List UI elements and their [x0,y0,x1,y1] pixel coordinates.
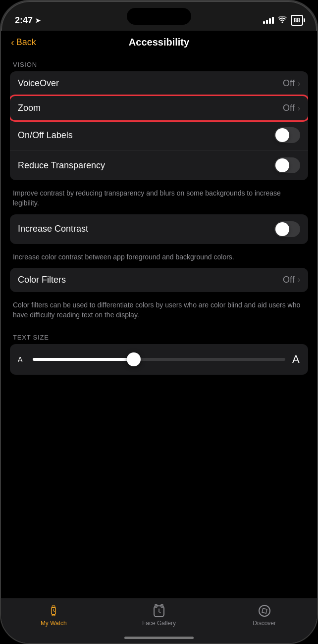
home-indicator [124,637,194,639]
svg-rect-1 [52,606,55,608]
increase-contrast-label: Increase Contrast [18,224,88,234]
battery-indicator: 88 [291,15,303,26]
back-label: Back [16,37,36,48]
reduce-transparency-row[interactable]: Reduce Transparency [10,150,308,180]
color-filters-value: Off [283,275,295,285]
color-filters-chevron-icon: › [298,275,300,284]
onoff-labels-row[interactable]: On/Off Labels [10,120,308,150]
vision-section-label: VISION [10,57,308,71]
reduce-transparency-toggle[interactable] [274,157,300,173]
slider-track[interactable] [33,358,285,361]
voiceover-value: Off [283,78,295,89]
zoom-row-container: Zoom Off › [10,96,308,120]
back-button[interactable]: ‹ Back [11,37,36,48]
face-gallery-tab-label: Face Gallery [142,620,176,627]
slider-max-label: A [292,353,300,366]
nav-header: ‹ Back Accessibility [1,31,317,52]
my-watch-tab-label: My Watch [41,620,67,627]
color-filters-label: Color Filters [18,275,66,285]
text-size-section: TEXT SIZE A A [10,330,308,375]
status-right: 88 [263,15,303,26]
color-filters-row[interactable]: Color Filters Off › [10,268,308,292]
discover-tab-label: Discover [253,620,276,627]
svg-marker-11 [262,608,267,613]
text-size-section-label: TEXT SIZE [10,330,308,344]
zoom-row[interactable]: Zoom Off › [10,96,308,120]
voiceover-row[interactable]: VoiceOver Off › [10,71,308,96]
zoom-chevron-icon: › [298,104,300,113]
voiceover-chevron-icon: › [298,79,300,88]
discover-icon [258,604,271,618]
page-title: Accessibility [129,37,189,48]
slider-thumb[interactable] [127,352,141,366]
zoom-right: Off › [283,103,300,113]
voiceover-label: VoiceOver [18,78,59,89]
signal-bar-2 [266,20,268,24]
signal-bar-4 [272,17,274,24]
dynamic-island [127,8,191,25]
tab-discover[interactable]: Discover [245,604,284,627]
text-size-slider-container: A A [10,344,308,375]
bottom-spacer [10,375,308,424]
reduce-transparency-toggle-knob [275,158,289,172]
signal-bar-1 [263,21,265,24]
slider-min-label: A [18,355,26,363]
color-filters-right: Off › [283,275,300,285]
zoom-value: Off [283,103,295,113]
increase-contrast-toggle[interactable] [274,221,300,237]
face-gallery-icon [152,604,166,618]
status-time: 2:47 ➤ [15,15,41,26]
signal-bar-3 [269,18,271,24]
increase-contrast-toggle-knob [275,222,289,236]
wifi-icon [278,16,287,25]
increase-contrast-row[interactable]: Increase Contrast [10,214,308,244]
phone-frame: 2:47 ➤ 88 [0,0,318,644]
svg-line-9 [159,612,160,613]
onoff-labels-label: On/Off Labels [18,130,73,141]
voiceover-right: Off › [283,78,300,89]
main-content: ‹ Back Accessibility VISION VoiceOver Of… [1,31,317,643]
color-filters-group: Color Filters Off › [10,268,308,292]
onoff-labels-toggle[interactable] [274,127,300,143]
scroll-content: VISION VoiceOver Off › Zoom [1,52,317,429]
vision-settings-group: VoiceOver Off › Zoom Off › [10,71,308,180]
my-watch-icon [47,604,60,618]
zoom-label: Zoom [18,103,41,113]
reduce-transparency-label: Reduce Transparency [18,160,105,171]
svg-point-10 [259,605,270,616]
back-chevron-icon: ‹ [11,37,14,48]
svg-line-4 [53,611,54,611]
tab-my-watch[interactable]: My Watch [34,604,73,627]
increase-contrast-group: Increase Contrast [10,214,308,244]
color-filters-description: Color filters can be used to differentia… [10,296,308,326]
contrast-description: Increase color contrast between app fore… [10,248,308,268]
transparency-description: Improve contrast by reducing transparenc… [10,184,308,214]
svg-rect-2 [52,614,55,616]
signal-bars [263,17,274,24]
slider-fill [33,358,134,361]
tab-face-gallery[interactable]: Face Gallery [139,604,179,627]
onoff-labels-toggle-knob [275,128,289,142]
location-icon: ➤ [35,17,41,24]
